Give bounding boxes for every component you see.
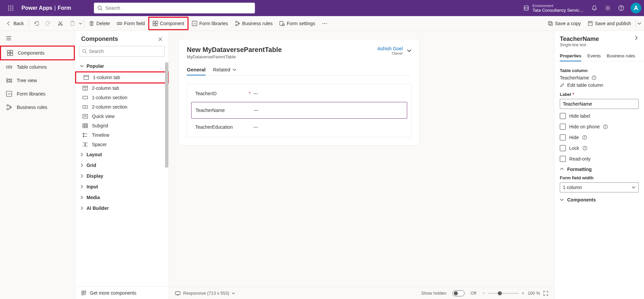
paste-button[interactable] bbox=[66, 18, 78, 29]
info-icon[interactable] bbox=[583, 146, 587, 151]
info-icon[interactable] bbox=[582, 135, 587, 140]
properties-expand-icon[interactable] bbox=[634, 36, 639, 40]
section-components[interactable]: Components bbox=[560, 197, 639, 202]
checkbox-hide[interactable]: Hide bbox=[560, 134, 639, 140]
tab-icon bbox=[84, 75, 89, 80]
rail-item-tree-view[interactable]: Tree view bbox=[0, 74, 75, 87]
global-search-input[interactable] bbox=[105, 5, 252, 11]
app-launcher-icon[interactable] bbox=[3, 5, 19, 11]
js-icon: JS bbox=[192, 21, 197, 26]
top-bar: Power Apps|Form Environment Tata Consult… bbox=[0, 0, 644, 16]
label-input[interactable] bbox=[560, 99, 639, 109]
component-2-column-section[interactable]: 2-column section bbox=[75, 102, 169, 112]
component-quick-view[interactable]: Quick view bbox=[75, 112, 169, 121]
component-1-column-tab[interactable]: 1-column tab bbox=[75, 71, 169, 83]
cut-button[interactable] bbox=[54, 18, 66, 29]
svg-point-9 bbox=[98, 6, 101, 9]
prop-tab-events[interactable]: Events bbox=[587, 51, 601, 61]
svg-line-10 bbox=[101, 9, 102, 10]
table-columns-icon: Abc bbox=[6, 64, 12, 70]
form-card[interactable]: New MyDataverseParentTable MyDataversePa… bbox=[178, 39, 420, 145]
components-search-input[interactable] bbox=[89, 49, 162, 54]
form-libraries-button[interactable]: JS Form libraries bbox=[189, 18, 231, 29]
rail-item-business-rules[interactable]: Business rules bbox=[0, 101, 75, 114]
tab-related[interactable]: Related bbox=[213, 64, 236, 75]
more-commands-button[interactable] bbox=[319, 18, 331, 29]
category-input[interactable]: Input bbox=[75, 181, 169, 192]
zoom-slider[interactable] bbox=[498, 291, 502, 295]
fit-to-screen-button[interactable] bbox=[543, 291, 548, 296]
info-icon[interactable] bbox=[592, 75, 596, 80]
zoom-in-button[interactable]: + bbox=[522, 291, 525, 296]
owner-field[interactable]: Ashish Goel Owner bbox=[378, 46, 412, 55]
back-button[interactable]: Back bbox=[3, 18, 27, 29]
component-2-column-tab[interactable]: 2-column tab bbox=[75, 83, 169, 93]
tab-general[interactable]: General bbox=[187, 64, 206, 75]
tree-view-icon bbox=[6, 77, 12, 83]
svg-rect-35 bbox=[548, 21, 551, 24]
field-row-teacherid[interactable]: TeacherID * --- bbox=[191, 85, 407, 102]
components-search[interactable] bbox=[79, 46, 165, 57]
category-ai-builder[interactable]: AI Builder bbox=[75, 203, 169, 214]
category-media[interactable]: Media bbox=[75, 192, 169, 203]
component-subgrid[interactable]: Subgrid bbox=[75, 121, 169, 130]
global-search[interactable] bbox=[94, 3, 255, 13]
rail-item-table-columns[interactable]: Abc Table columns bbox=[0, 60, 75, 74]
help-icon[interactable] bbox=[614, 5, 628, 11]
undo-button[interactable] bbox=[30, 18, 42, 29]
category-grid[interactable]: Grid bbox=[75, 160, 169, 171]
table-column-value: TeacherName bbox=[560, 75, 589, 80]
checkbox-hide-phone[interactable]: Hide on phone bbox=[560, 124, 639, 130]
user-avatar[interactable]: A bbox=[631, 3, 641, 13]
business-rules-button[interactable]: Business rules bbox=[231, 18, 276, 29]
component-button[interactable]: Component bbox=[148, 17, 189, 30]
field-row-teachername[interactable]: TeacherName * --- bbox=[191, 102, 407, 119]
settings-icon[interactable] bbox=[601, 5, 614, 11]
components-scrollbar[interactable] bbox=[165, 61, 169, 255]
svg-point-14 bbox=[621, 9, 621, 10]
field-width-select[interactable]: 1 column bbox=[560, 182, 639, 192]
section-formatting[interactable]: Formatting bbox=[560, 167, 639, 172]
business-rules-icon bbox=[235, 21, 240, 26]
components-panel: Components Popular 1-column tab 2-column… bbox=[75, 31, 169, 299]
category-layout[interactable]: Layout bbox=[75, 149, 169, 160]
zoom-control[interactable]: − + 100 % bbox=[482, 291, 548, 296]
responsive-label[interactable]: Responsive (713 x 553) bbox=[175, 291, 235, 296]
field-row-teachereducation[interactable]: TeacherEducation * --- bbox=[191, 119, 407, 135]
rail-item-components[interactable]: Components bbox=[0, 46, 75, 60]
save-dropdown[interactable] bbox=[637, 21, 641, 25]
prop-tab-properties[interactable]: Properties bbox=[560, 51, 581, 61]
delete-button[interactable]: Delete bbox=[86, 18, 113, 29]
canvas-footer: Responsive (713 x 553) Show hidden Off −… bbox=[169, 287, 554, 299]
save-publish-button[interactable]: Save and publish bbox=[584, 18, 634, 29]
get-more-components[interactable]: Get more components bbox=[75, 286, 169, 299]
show-hidden-toggle[interactable] bbox=[452, 290, 465, 296]
category-popular[interactable]: Popular bbox=[75, 61, 169, 71]
svg-rect-69 bbox=[83, 124, 88, 128]
rail-item-form-libraries[interactable]: JS Form libraries bbox=[0, 87, 75, 101]
form-field-button[interactable]: Abc Form field bbox=[113, 18, 148, 29]
info-icon[interactable] bbox=[603, 124, 608, 129]
rail-collapse-button[interactable] bbox=[0, 31, 75, 46]
component-1-column-section[interactable]: 1-column section bbox=[75, 93, 169, 102]
zoom-value: 100 % bbox=[528, 291, 540, 296]
environment-picker[interactable]: Environment Tata Consultancy Servic… bbox=[519, 4, 588, 13]
paste-dropdown[interactable] bbox=[78, 22, 83, 25]
checkbox-hide-label[interactable]: Hide label bbox=[560, 113, 639, 119]
checkbox-lock[interactable]: Lock bbox=[560, 145, 639, 151]
component-spacer[interactable]: Spacer bbox=[75, 140, 169, 149]
form-settings-button[interactable]: Form settings bbox=[276, 18, 319, 29]
chevron-down-icon bbox=[80, 64, 84, 68]
chevron-right-icon bbox=[80, 153, 84, 157]
chevron-right-icon bbox=[80, 174, 84, 178]
redo-button[interactable] bbox=[42, 18, 54, 29]
checkbox-readonly[interactable]: Read-only bbox=[560, 156, 639, 162]
save-copy-button[interactable]: Save a copy bbox=[544, 18, 584, 29]
edit-table-column[interactable]: Edit table column bbox=[560, 82, 639, 88]
prop-tab-business-rules[interactable]: Business rules bbox=[607, 51, 635, 61]
notifications-icon[interactable] bbox=[588, 5, 601, 11]
zoom-out-button[interactable]: − bbox=[482, 291, 485, 296]
component-timeline[interactable]: Timeline bbox=[75, 130, 169, 140]
components-panel-close[interactable] bbox=[158, 37, 163, 42]
category-display[interactable]: Display bbox=[75, 171, 169, 181]
